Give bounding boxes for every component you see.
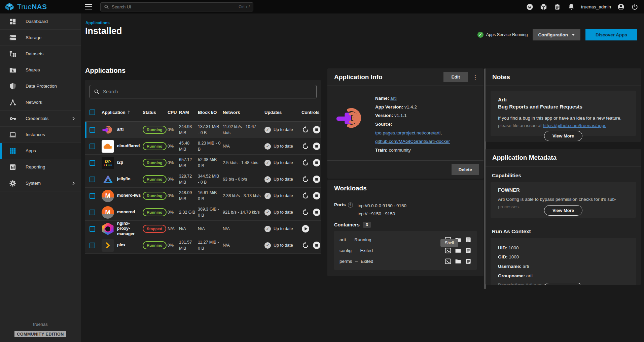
- stop-button[interactable]: [313, 241, 321, 249]
- block-io-value: 11.27 MiB - 0 B: [198, 239, 221, 251]
- browse-folder-icon[interactable]: [455, 247, 461, 254]
- row-checkbox[interactable]: [90, 144, 95, 149]
- configuration-button[interactable]: Configuration: [533, 29, 580, 40]
- restart-button[interactable]: [301, 175, 310, 183]
- dashboard-icon: [9, 18, 16, 25]
- updates-label: Up to date: [274, 243, 293, 248]
- run-as-context-heading: Run As Context: [492, 228, 636, 235]
- stop-button[interactable]: [313, 208, 321, 216]
- sidebar-item-system[interactable]: System: [0, 175, 81, 191]
- sidebar-item-label: System: [26, 181, 41, 186]
- row-checkbox[interactable]: [90, 177, 95, 182]
- column-header-network[interactable]: Network: [223, 110, 263, 115]
- sidebar-item-network[interactable]: Network: [0, 94, 81, 111]
- feedback-smiley-icon[interactable]: [526, 3, 534, 11]
- column-header-application[interactable]: Application: [102, 110, 141, 115]
- sidebar-item-label: Apps: [26, 148, 36, 153]
- applications-section-title: Applications: [85, 67, 126, 74]
- edit-button[interactable]: Edit: [443, 72, 468, 82]
- table-row[interactable]: plex Running 0% 131.57 MiB 11.27 MiB - 0…: [85, 237, 321, 254]
- row-checkbox[interactable]: [90, 127, 95, 133]
- train-field: Train: community: [375, 146, 475, 155]
- menu-toggle-icon[interactable]: [85, 4, 92, 9]
- column-header-updates[interactable]: Updates: [264, 110, 300, 115]
- table-search-input[interactable]: [103, 89, 312, 94]
- start-button[interactable]: [301, 225, 310, 233]
- sidebar-item-credentials[interactable]: Credentials: [0, 111, 81, 127]
- updates-label: Up to date: [274, 177, 293, 182]
- sidebar-item-apps[interactable]: Apps: [0, 143, 81, 159]
- shell-icon[interactable]: [445, 247, 451, 254]
- sidebar-item-storage[interactable]: Storage: [0, 30, 81, 46]
- chevron-right-icon: [71, 116, 76, 121]
- row-checkbox[interactable]: [90, 160, 95, 166]
- delete-button[interactable]: Delete: [452, 164, 479, 175]
- column-header-cpu[interactable]: CPU: [168, 110, 178, 115]
- row-checkbox[interactable]: [90, 226, 95, 232]
- stop-button[interactable]: [313, 142, 321, 150]
- sidebar-item-dashboard[interactable]: Dashboard: [0, 13, 81, 30]
- source-link-1[interactable]: tpo.pages.torproject.net/core/arti: [375, 130, 440, 135]
- restart-button[interactable]: [301, 192, 310, 200]
- alerts-bell-icon[interactable]: [567, 3, 575, 11]
- table-row[interactable]: I2P i2p Running 0% 657.12 MiB 52.38 MiB …: [85, 155, 321, 171]
- capabilities-view-more-button[interactable]: View More: [544, 205, 582, 216]
- kebab-menu-icon[interactable]: [472, 73, 477, 81]
- block-io-value: 369.3 GiB - 0 B: [198, 206, 221, 218]
- table-row[interactable]: cloudflared Running 0% 45.48 MiB 8.23 Mi…: [85, 138, 321, 155]
- account-icon[interactable]: [617, 3, 625, 11]
- stop-button[interactable]: [313, 175, 321, 183]
- truecommand-icon[interactable]: [540, 3, 548, 11]
- edition-badge: COMMUNITY EDITION: [14, 331, 66, 337]
- help-icon[interactable]: [348, 203, 353, 208]
- truenas-logo[interactable]: TrueNAS: [0, 3, 81, 11]
- view-logs-icon[interactable]: [465, 247, 471, 254]
- column-header-block-io[interactable]: Block I/O: [198, 110, 221, 115]
- table-row[interactable]: nginx-proxy-manager Stopped N/A N/A N/A …: [85, 221, 321, 237]
- restart-button[interactable]: [301, 241, 310, 249]
- jobs-clipboard-icon[interactable]: [553, 3, 562, 11]
- row-checkbox[interactable]: [90, 243, 95, 248]
- global-search[interactable]: Ctrl + /: [100, 2, 253, 11]
- global-search-input[interactable]: [112, 4, 239, 9]
- discover-apps-button[interactable]: Discover Apps: [585, 29, 637, 40]
- block-io-value: 344.52 MiB - 0 B: [198, 173, 221, 185]
- stop-button[interactable]: [313, 192, 321, 200]
- run-as-view-more-button[interactable]: View More: [544, 283, 582, 285]
- sidebar-item-reporting[interactable]: Reporting: [0, 159, 81, 175]
- column-header-status[interactable]: Status: [143, 110, 166, 115]
- table-row[interactable]: monerod Running 0% 2.32 GiB 369.3 GiB - …: [85, 204, 321, 221]
- restart-button[interactable]: [301, 142, 310, 150]
- notes-view-more-button[interactable]: View More: [544, 131, 582, 141]
- ram-value: 131.57 MiB: [179, 239, 196, 251]
- select-all-checkbox[interactable]: [90, 110, 95, 115]
- sidebar-item-data-protection[interactable]: Data Protection: [0, 78, 81, 94]
- source-link-2[interactable]: github.com/MAGICGrants/arti-docker: [375, 139, 450, 144]
- row-checkbox[interactable]: [90, 193, 95, 199]
- breadcrumb[interactable]: Applications: [85, 21, 110, 25]
- stop-button[interactable]: [313, 159, 321, 167]
- sidebar-item-datasets[interactable]: Datasets: [0, 46, 81, 62]
- updates-label: Up to date: [274, 160, 293, 165]
- shell-icon[interactable]: [445, 258, 451, 265]
- view-logs-icon[interactable]: [465, 258, 471, 265]
- sidebar-item-instances[interactable]: Instances: [0, 127, 81, 143]
- restart-button[interactable]: [301, 208, 310, 216]
- column-header-ram[interactable]: RAM: [179, 110, 196, 115]
- view-logs-icon[interactable]: [465, 237, 471, 243]
- table-search[interactable]: [90, 85, 317, 98]
- stop-button[interactable]: [313, 126, 321, 134]
- power-icon[interactable]: [631, 3, 639, 11]
- restart-button[interactable]: [301, 159, 310, 167]
- table-row[interactable]: jellyfin Running 0% 328.72 MiB 344.52 Mi…: [85, 171, 321, 188]
- issues-link[interactable]: https://github.com/truenas/apps: [543, 123, 606, 128]
- status-badge: Running: [143, 192, 167, 200]
- browse-folder-icon[interactable]: [455, 258, 461, 265]
- table-row[interactable]: monero-lws Running 0% 248.09 MiB 16.61 M…: [85, 188, 321, 204]
- row-checkbox[interactable]: [90, 210, 95, 215]
- app-name-link[interactable]: arti: [390, 96, 397, 101]
- restart-button[interactable]: [301, 126, 310, 134]
- table-row[interactable]: arti Running 0% 244.93 MiB 137.31 MiB - …: [85, 122, 321, 138]
- sidebar: Dashboard Storage Datasets Shares Data P…: [0, 13, 81, 342]
- sidebar-item-shares[interactable]: Shares: [0, 62, 81, 78]
